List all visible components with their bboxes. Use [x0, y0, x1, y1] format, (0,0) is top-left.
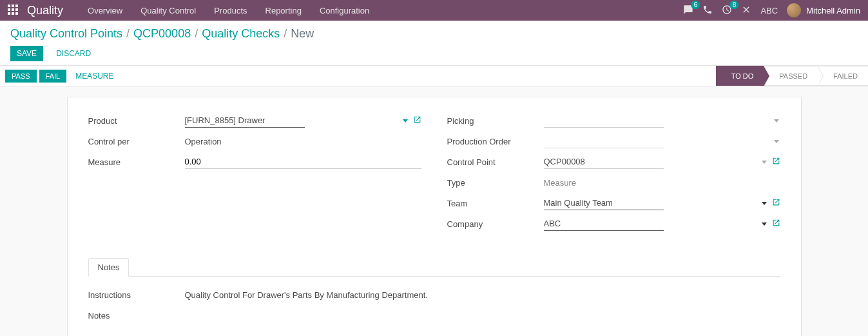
user-name: Mitchell Admin: [806, 6, 860, 15]
team-field[interactable]: [544, 196, 664, 210]
instructions-value: Quality Control For Drawer's Parts By Ma…: [185, 288, 428, 302]
phone-icon[interactable]: [702, 5, 713, 17]
messages-badge: 6: [691, 1, 700, 9]
measure-field[interactable]: [185, 155, 421, 169]
status-todo[interactable]: To Do: [716, 66, 764, 86]
nav-overview[interactable]: Overview: [79, 6, 131, 15]
tab-content-notes: Instructions Quality Control For Drawer'…: [88, 277, 780, 323]
tab-notes[interactable]: Notes: [88, 258, 130, 277]
apps-icon[interactable]: [8, 5, 19, 16]
statusbar-row: Pass Fail Measure To Do Passed Failed: [0, 66, 868, 86]
breadcrumb: Quality Control Points / QCP00008 / Qual…: [10, 27, 858, 41]
form-col-right: Picking Production Order: [447, 113, 780, 237]
measure-label: Measure: [88, 157, 185, 167]
breadcrumb-current: New: [291, 27, 314, 41]
status-bar: To Do Passed Failed: [716, 66, 868, 86]
product-label: Product: [88, 116, 185, 126]
avatar: [787, 3, 801, 17]
picking-field[interactable]: [544, 114, 664, 128]
discard-button[interactable]: Discard: [50, 46, 97, 61]
user-menu[interactable]: Mitchell Admin: [787, 3, 860, 17]
type-label: Type: [447, 178, 544, 188]
caret-down-icon: [774, 137, 779, 146]
tabs: Notes: [88, 257, 780, 277]
product-field[interactable]: [185, 114, 305, 128]
production-label: Production Order: [447, 137, 544, 146]
control-point-label: Control Point: [447, 157, 544, 167]
form-sheet: Product Control per Operation Measure: [67, 97, 802, 336]
measure-button[interactable]: Measure: [69, 69, 120, 83]
caret-down-icon: [774, 116, 779, 126]
external-link-icon[interactable]: [772, 198, 780, 208]
nav-products[interactable]: Products: [205, 6, 256, 15]
pass-button[interactable]: Pass: [5, 70, 37, 83]
navbar-right: 6 8 ABC Mitchell Admin: [683, 3, 860, 17]
fail-button[interactable]: Fail: [39, 70, 67, 83]
company-selector[interactable]: ABC: [760, 6, 778, 15]
activities-icon[interactable]: 8: [722, 5, 732, 17]
breadcrumb-qcp[interactable]: Quality Control Points: [10, 27, 122, 41]
form-col-left: Product Control per Operation Measure: [88, 113, 421, 237]
app-brand[interactable]: Quality: [27, 4, 63, 17]
top-navbar: Quality Overview Quality Control Product…: [0, 0, 868, 21]
external-link-icon[interactable]: [772, 219, 780, 229]
caret-down-icon: [762, 157, 767, 167]
caret-down-icon: [403, 116, 408, 126]
debug-icon[interactable]: [741, 5, 751, 17]
external-link-icon[interactable]: [772, 157, 780, 167]
status-passed[interactable]: Passed: [764, 66, 818, 86]
breadcrumb-checks[interactable]: Quality Checks: [202, 27, 280, 41]
status-failed[interactable]: Failed: [818, 66, 868, 86]
control-point-field[interactable]: [544, 155, 664, 169]
control-per-value: Operation: [185, 135, 222, 148]
company-label: Company: [447, 219, 544, 229]
picking-label: Picking: [447, 116, 544, 126]
team-label: Team: [447, 199, 544, 208]
breadcrumb-qcp00008[interactable]: QCP00008: [133, 27, 191, 41]
activities-badge: 8: [729, 1, 738, 9]
messages-icon[interactable]: 6: [683, 5, 693, 17]
notes-label: Notes: [88, 311, 185, 321]
form-container: Product Control per Operation Measure: [0, 86, 868, 336]
save-button[interactable]: Save: [10, 46, 43, 61]
instructions-label: Instructions: [88, 290, 185, 300]
control-per-label: Control per: [88, 137, 185, 146]
company-field[interactable]: [544, 217, 664, 231]
nav-menu: Overview Quality Control Products Report…: [79, 6, 378, 15]
production-field[interactable]: [544, 134, 664, 148]
nav-reporting[interactable]: Reporting: [256, 6, 311, 15]
caret-down-icon: [762, 199, 767, 208]
type-value: Measure: [544, 176, 577, 190]
caret-down-icon: [762, 219, 767, 229]
nav-configuration[interactable]: Configuration: [311, 6, 378, 15]
external-link-icon[interactable]: [413, 115, 421, 126]
control-panel: Quality Control Points / QCP00008 / Qual…: [0, 21, 868, 66]
nav-quality-control[interactable]: Quality Control: [131, 6, 205, 15]
